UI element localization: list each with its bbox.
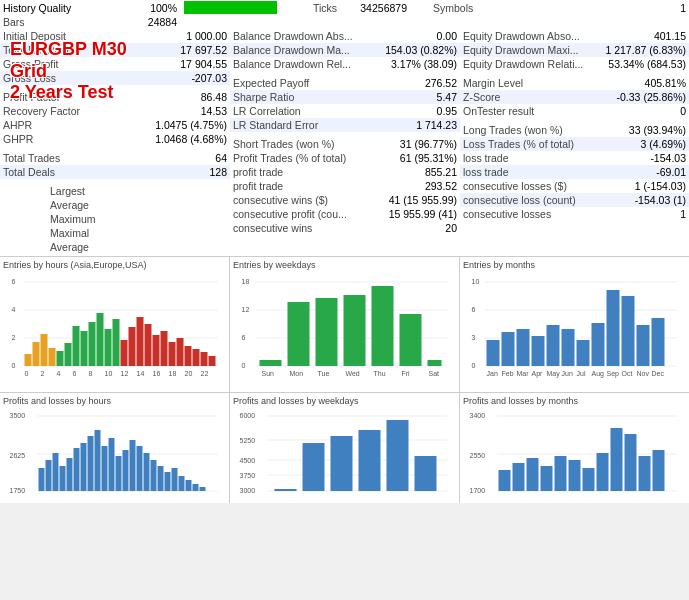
entry-charts-row: Entries by hours (Asia,Europe,USA) 6 4 2… xyxy=(0,256,689,392)
svg-rect-107 xyxy=(60,466,66,491)
overlay-label: EURGBP M30 Grid 2 Years Test xyxy=(10,39,127,104)
svg-rect-82 xyxy=(607,290,620,366)
svg-rect-55 xyxy=(344,295,366,366)
lr-corr-label: LR Correlation xyxy=(230,104,372,118)
svg-text:Jun: Jun xyxy=(562,370,573,377)
bal-dd-ma-value: 154.03 (0.82%) xyxy=(372,43,460,57)
svg-rect-106 xyxy=(53,453,59,491)
svg-text:0: 0 xyxy=(25,370,29,377)
mid-stats-table: Balance Drawdown Abs...0.00 Balance Draw… xyxy=(230,29,460,235)
svg-rect-156 xyxy=(583,468,595,491)
svg-rect-113 xyxy=(102,446,108,491)
svg-rect-9 xyxy=(33,342,40,366)
svg-rect-143 xyxy=(415,456,437,491)
total-deals-label: Total Deals xyxy=(0,165,129,179)
symbols-value: 1 xyxy=(485,0,689,15)
svg-text:Sep: Sep xyxy=(607,370,620,378)
largest-profit-value: 855.21 xyxy=(372,165,460,179)
svg-rect-18 xyxy=(105,329,112,366)
lr-err-label: LR Standard Error xyxy=(230,118,372,132)
max-consec-loss-label: consecutive loss (count) xyxy=(460,193,596,207)
svg-text:3400: 3400 xyxy=(470,412,486,419)
weekdays-chart-svg: 18 12 6 0 xyxy=(233,272,456,387)
svg-rect-81 xyxy=(592,323,605,366)
symbols-label: Symbols xyxy=(430,0,485,15)
svg-rect-150 xyxy=(499,470,511,491)
svg-rect-105 xyxy=(46,460,52,491)
profit-months-chart: Profits and losses by months 3400 2550 1… xyxy=(460,393,689,503)
max-consec-wins-value: 41 (15 955.99) xyxy=(372,193,460,207)
svg-rect-15 xyxy=(81,331,88,366)
months-chart-title: Entries by months xyxy=(463,260,686,270)
profit-months-svg: 3400 2550 1700 xyxy=(463,408,686,498)
svg-text:18: 18 xyxy=(242,278,250,285)
largest-loss-label: loss trade xyxy=(460,151,596,165)
svg-rect-25 xyxy=(161,331,168,366)
svg-rect-121 xyxy=(158,466,164,491)
right-stats-table: Equity Drawdown Abso...401.15 Equity Dra… xyxy=(460,29,689,221)
svg-text:6: 6 xyxy=(12,278,16,285)
svg-text:14: 14 xyxy=(137,370,145,377)
svg-text:3500: 3500 xyxy=(10,412,26,419)
loss-trades-label: Loss Trades (% of total) xyxy=(460,137,596,151)
svg-rect-28 xyxy=(185,346,192,366)
svg-text:2: 2 xyxy=(41,370,45,377)
total-trades-value: 64 xyxy=(129,151,231,165)
bal-dd-rel-label: Balance Drawdown Rel... xyxy=(230,57,372,71)
svg-rect-58 xyxy=(428,360,442,366)
profit-hours-chart: Profits and losses by hours 3500 2625 17… xyxy=(0,393,230,503)
svg-rect-118 xyxy=(137,446,143,491)
svg-rect-117 xyxy=(130,440,136,491)
svg-text:Apr: Apr xyxy=(532,370,544,378)
svg-text:12: 12 xyxy=(242,306,250,313)
svg-text:4: 4 xyxy=(57,370,61,377)
svg-rect-114 xyxy=(109,438,115,491)
history-quality-label: History Quality xyxy=(0,0,130,15)
svg-text:12: 12 xyxy=(121,370,129,377)
expected-payoff-value: 276.52 xyxy=(372,76,460,90)
bal-dd-rel-value: 3.17% (38.09) xyxy=(372,57,460,71)
svg-rect-14 xyxy=(73,326,80,366)
svg-rect-53 xyxy=(288,302,310,366)
zscore-value: -0.33 (25.86%) xyxy=(596,90,689,104)
stats-area: EURGBP M30 Grid 2 Years Test Initial Dep… xyxy=(0,29,689,254)
gross-loss-value: -207.03 xyxy=(129,71,231,85)
svg-text:4: 4 xyxy=(12,306,16,313)
weekdays-chart: Entries by weekdays 18 12 6 0 xyxy=(230,257,460,392)
recovery-factor-value: 14.53 xyxy=(129,104,231,118)
max-consec-losses-value: 1 (-154.03) xyxy=(596,179,689,193)
ahpr-label: AHPR xyxy=(0,118,129,132)
profit-months-title: Profits and losses by months xyxy=(463,396,686,406)
svg-rect-57 xyxy=(400,314,422,366)
avg-profit-value: 293.52 xyxy=(372,179,460,193)
svg-rect-122 xyxy=(165,472,171,491)
svg-rect-23 xyxy=(145,324,152,366)
profit-hours-svg: 3500 2625 1750 xyxy=(3,408,226,498)
max-consec-profit-value: 15 955.99 (41) xyxy=(372,207,460,221)
svg-text:Sun: Sun xyxy=(262,370,275,377)
long-trades-value: 33 (93.94%) xyxy=(596,123,689,137)
profit-factor-value: 86.48 xyxy=(129,90,231,104)
gross-profit-value: 17 904.55 xyxy=(129,57,231,71)
svg-rect-8 xyxy=(25,354,32,366)
hours-chart-svg: 6 4 2 0 xyxy=(3,272,226,387)
svg-text:Thu: Thu xyxy=(374,370,386,377)
profit-charts-row: Profits and losses by hours 3500 2625 17… xyxy=(0,392,689,503)
svg-rect-140 xyxy=(331,436,353,491)
svg-rect-139 xyxy=(303,443,325,491)
total-trades-label: Total Trades xyxy=(0,151,129,165)
svg-text:10: 10 xyxy=(472,278,480,285)
short-trades-label: Short Trades (won %) xyxy=(230,137,372,151)
svg-rect-155 xyxy=(569,460,581,491)
svg-rect-161 xyxy=(653,450,665,491)
svg-rect-22 xyxy=(137,317,144,366)
profit-weekdays-svg: 6000 5250 4500 3750 3000 xyxy=(233,408,456,498)
svg-text:6: 6 xyxy=(472,306,476,313)
svg-rect-160 xyxy=(639,456,651,491)
svg-text:4500: 4500 xyxy=(240,457,256,464)
hours-chart-title: Entries by hours (Asia,Europe,USA) xyxy=(3,260,226,270)
avg-loss-label: loss trade xyxy=(460,165,596,179)
svg-text:Dec: Dec xyxy=(652,370,665,377)
svg-rect-159 xyxy=(625,434,637,491)
svg-rect-111 xyxy=(88,436,94,491)
